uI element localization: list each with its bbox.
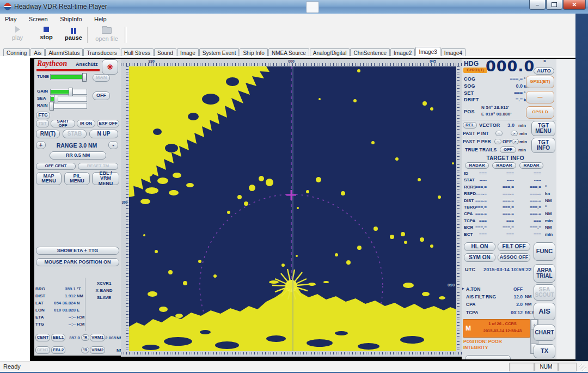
tst-button[interactable]: TST bbox=[36, 120, 49, 127]
show-eta-ttg-button[interactable]: SHOW ETA + TTG bbox=[36, 247, 119, 255]
arpa-trial-button[interactable]: ARPA TRIAL bbox=[534, 264, 555, 283]
menu-play[interactable]: Play bbox=[0, 15, 21, 23]
ftc-button[interactable]: FTC bbox=[36, 112, 50, 119]
stab-button[interactable]: STAB bbox=[63, 130, 87, 138]
ebl-vrm-menu-button[interactable]: EBL / VRM MENU bbox=[92, 172, 119, 185]
pos-line2: E 010° 03.880' bbox=[481, 112, 512, 117]
slider-track[interactable] bbox=[50, 89, 87, 95]
radar1-value: ===.= bbox=[463, 211, 487, 216]
radar-target-button-1[interactable]: RADAR bbox=[465, 162, 489, 169]
range-rings-button[interactable]: RR 0.5 NM bbox=[50, 151, 106, 160]
ais-button[interactable]: AIS bbox=[534, 303, 555, 320]
radar-target-button-2[interactable]: RADAR bbox=[492, 162, 516, 169]
menu-shipinfo[interactable]: ShipInfo bbox=[55, 15, 87, 23]
slider-track[interactable] bbox=[50, 96, 87, 102]
tab[interactable]: Sound bbox=[154, 48, 176, 57]
radar-ppi-display[interactable]: 090 bbox=[129, 66, 456, 351]
gps1-d-button[interactable]: GPS1 D bbox=[526, 106, 554, 119]
mouse-park-button[interactable]: MOUSE PARK POSITION ON bbox=[36, 258, 119, 266]
slider-thumb[interactable] bbox=[50, 102, 54, 111]
tab[interactable]: System Event bbox=[199, 48, 240, 57]
tab[interactable]: Ais bbox=[30, 48, 45, 57]
tab[interactable]: Image3 bbox=[415, 47, 440, 56]
ebl1-deg-button[interactable]: °R bbox=[81, 334, 89, 341]
tab[interactable]: Image2 bbox=[390, 48, 415, 57]
cent1-button[interactable]: CENT bbox=[35, 334, 50, 341]
pause-button[interactable]: pause bbox=[59, 26, 88, 41]
radar-target-button-3[interactable]: RADAR bbox=[519, 162, 543, 169]
cropped-button[interactable] bbox=[465, 355, 511, 359]
row-unit: min bbox=[545, 232, 553, 237]
tab[interactable]: Conning bbox=[3, 48, 30, 57]
range-plus-button[interactable]: + bbox=[36, 141, 46, 149]
tab[interactable]: Transducers bbox=[83, 48, 120, 57]
slider-thumb[interactable] bbox=[82, 73, 87, 82]
off-button[interactable]: OFF bbox=[93, 91, 110, 100]
range-minus-button[interactable]: - bbox=[108, 141, 118, 149]
tab[interactable]: Image bbox=[177, 48, 199, 57]
auto-button[interactable]: AUTO bbox=[534, 68, 554, 75]
pil-menu-button[interactable]: PIL MENU bbox=[64, 172, 90, 185]
slider-thumb[interactable] bbox=[69, 88, 73, 96]
rel-button[interactable]: REL bbox=[463, 122, 477, 129]
titlebar[interactable]: Headway VDR Real-time Player – ✕ bbox=[0, 0, 588, 14]
tab[interactable]: Hull Stress bbox=[121, 48, 154, 57]
radar1-value: ===.= bbox=[463, 185, 487, 189]
sart-off-button[interactable]: SART OFF bbox=[51, 120, 75, 127]
play-button[interactable]: play bbox=[3, 26, 32, 41]
menu-screen[interactable]: Screen bbox=[24, 15, 53, 23]
assoc-off-button[interactable]: ASSOC OFF bbox=[498, 253, 530, 262]
tab[interactable]: Analog/Digital bbox=[310, 48, 350, 57]
radar-logo-button[interactable]: ✳ bbox=[102, 59, 118, 75]
vrm1-button[interactable]: VRM1 bbox=[90, 334, 105, 341]
radar1-value: === bbox=[463, 232, 487, 237]
ebl1-button[interactable]: EBL1 bbox=[51, 334, 65, 341]
func-button[interactable]: FUNC bbox=[534, 242, 555, 261]
cent2-button[interactable]: CENT bbox=[35, 346, 50, 354]
minimize-button[interactable]: – bbox=[529, 0, 546, 10]
tab[interactable]: Alarm/Status bbox=[45, 48, 83, 57]
exp-off-button[interactable]: EXP OFF bbox=[97, 120, 119, 127]
ebl2-deg-button[interactable]: °R bbox=[81, 347, 89, 353]
maximize-button[interactable] bbox=[546, 0, 562, 10]
slider-thumb[interactable] bbox=[54, 95, 58, 103]
map-menu-button[interactable]: MAP MENU bbox=[36, 172, 62, 185]
tab[interactable]: Ship Info bbox=[240, 48, 267, 57]
rm-button[interactable]: RM(T) bbox=[36, 130, 60, 138]
slider-track[interactable] bbox=[50, 74, 87, 80]
alert-box[interactable]: M 1 of 26 - CCRS 2015-03-14 12:58:43 bbox=[463, 319, 530, 338]
man-button[interactable]: MAN bbox=[93, 74, 110, 82]
vrm2-button[interactable]: VRM2 bbox=[90, 346, 105, 354]
menu-help[interactable]: Help bbox=[89, 15, 112, 23]
resize-grip[interactable] bbox=[579, 364, 586, 371]
slider-track[interactable] bbox=[50, 103, 87, 109]
maximize-icon bbox=[552, 2, 557, 7]
n-up-button[interactable]: N UP bbox=[89, 130, 118, 138]
gps1-bt-button[interactable]: GPS1(BT) bbox=[526, 76, 554, 88]
chart-button[interactable]: CHART bbox=[534, 325, 555, 341]
tab[interactable]: NMEA Source bbox=[268, 48, 309, 57]
tab[interactable]: Image4 bbox=[441, 48, 465, 57]
open-file-button[interactable]: open file bbox=[90, 26, 123, 42]
ais-row: A.TON OFF bbox=[462, 286, 556, 294]
close-button[interactable]: ✕ bbox=[563, 0, 586, 10]
tab[interactable]: ChnSentence bbox=[350, 48, 390, 57]
past-per-right-arrow-button[interactable]: > bbox=[512, 139, 519, 144]
tgt-info-button[interactable]: TGT INFO bbox=[531, 138, 555, 153]
dash-button[interactable]: — bbox=[526, 91, 554, 103]
filt-off-button[interactable]: FILT OFF bbox=[498, 242, 530, 251]
past-per-left-arrow-button[interactable]: < bbox=[494, 139, 501, 144]
true-trails-off-button[interactable]: OFF bbox=[500, 146, 516, 153]
stop-button[interactable]: stop bbox=[32, 26, 61, 40]
ebl2-button[interactable]: EBL2 bbox=[51, 346, 65, 354]
off-cent-button[interactable]: OFF CENT bbox=[36, 163, 76, 170]
hl-on-button[interactable]: HL ON bbox=[464, 242, 495, 251]
reset-tm-button[interactable]: RESET TM bbox=[78, 163, 118, 170]
tgt-menu-button[interactable]: TGT MENU bbox=[531, 121, 555, 136]
target-table-row: RCRS ===.= ===.= ===.= ° bbox=[462, 185, 556, 191]
sym-on-button[interactable]: SYM ON bbox=[464, 253, 495, 262]
ir-on-button[interactable]: IR ON bbox=[77, 120, 95, 127]
past-int-right-arrow-button[interactable]: > bbox=[511, 131, 518, 136]
tx-button[interactable]: TX bbox=[534, 344, 555, 358]
past-int-left-arrow-button[interactable]: < bbox=[495, 131, 503, 136]
